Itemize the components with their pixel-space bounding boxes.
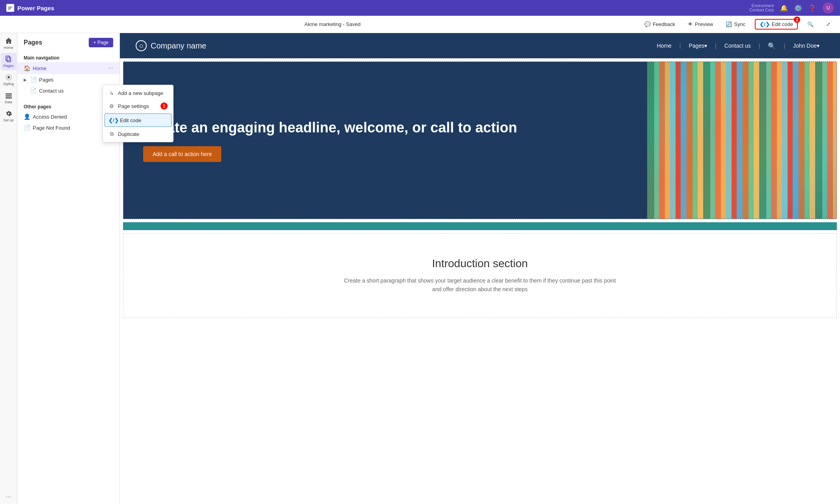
- secondbar: Akme marketing - Saved 💬 Feedback 👁 Prev…: [0, 16, 840, 33]
- context-menu: ↳ Add a new subpage ⚙ Page settings 1 ❮/…: [103, 85, 174, 142]
- preview-button[interactable]: 👁 Preview: [685, 20, 716, 29]
- sidebar-item-data-label: Data: [5, 100, 12, 104]
- hero-headline: Create an engaging headline, welcome, or…: [143, 119, 627, 137]
- main-nav-section-title: Main navigation: [17, 52, 119, 62]
- site-nav-sep1: |: [679, 43, 681, 49]
- add-page-button[interactable]: + Page: [89, 38, 113, 47]
- site-nav-search-icon[interactable]: 🔍: [763, 42, 780, 50]
- main-layout: Home Pages Styling Data Set up ··· Pages…: [0, 33, 840, 504]
- pages-panel-header: Pages + Page: [17, 33, 119, 52]
- intro-section: Introduction section Create a short para…: [123, 233, 837, 318]
- context-add-subpage[interactable]: ↳ Add a new subpage: [103, 87, 173, 99]
- feedback-button[interactable]: 💬 Feedback: [641, 20, 678, 29]
- preview-icon: 👁: [688, 21, 693, 27]
- secondbar-actions: 💬 Feedback 👁 Preview 🔄 Sync 2 ❮/❯ Edit c…: [641, 19, 834, 30]
- duplicate-icon: ⧉: [108, 131, 115, 137]
- expand-icon: ▶: [24, 78, 27, 82]
- hero-section: Create an engaging headline, welcome, or…: [123, 61, 837, 219]
- app-logo: Power Pages: [6, 4, 54, 12]
- nav-item-home-more[interactable]: ···: [108, 65, 113, 72]
- app-name: Power Pages: [17, 5, 54, 11]
- sidebar-item-styling[interactable]: Styling: [1, 71, 17, 88]
- context-edit-code[interactable]: ❮/❯ Edit code: [105, 113, 172, 127]
- context-duplicate-label: Duplicate: [118, 131, 139, 137]
- sidebar-item-home-label: Home: [4, 46, 13, 50]
- pages-panel-title: Pages: [24, 39, 42, 46]
- sidebar-item-home[interactable]: Home: [1, 35, 17, 52]
- avatar[interactable]: U: [823, 2, 834, 13]
- site-nav-sep4: |: [784, 43, 785, 49]
- context-duplicate[interactable]: ⧉ Duplicate: [103, 128, 173, 140]
- site-logo-text: Company name: [151, 41, 206, 50]
- vscode-icon: ❮/❯: [760, 21, 770, 27]
- site-nav-sep3: |: [759, 43, 760, 49]
- nav-item-access-denied-label: Access Denied: [33, 114, 67, 120]
- edit-code-header-button[interactable]: 2 ❮/❯ Edit code: [755, 19, 798, 30]
- page-settings-badge: 1: [161, 102, 168, 110]
- settings-icon[interactable]: ⚙️: [794, 4, 802, 12]
- add-subpage-icon: ↳: [108, 90, 115, 96]
- site-preview: ○ Company name Home | Pages▾ | Contact u…: [120, 33, 840, 504]
- svg-rect-2: [7, 57, 11, 62]
- context-edit-code-icon: ❮/❯: [110, 117, 117, 123]
- svg-rect-6: [6, 97, 12, 99]
- icon-sidebar: Home Pages Styling Data Set up ···: [0, 33, 17, 504]
- topbar: Power Pages Environment Contoso Corp 🔔 ⚙…: [0, 0, 840, 16]
- environment-info: Environment Contoso Corp: [749, 4, 774, 12]
- hero-image-inner: [647, 62, 836, 219]
- feedback-icon: 💬: [644, 21, 651, 27]
- site-nav-sep2: |: [715, 43, 717, 49]
- hero-image: [647, 62, 836, 219]
- svg-rect-5: [6, 95, 12, 97]
- home-nav-icon: 🏠: [24, 65, 30, 71]
- hero-left: Create an engaging headline, welcome, or…: [123, 62, 647, 219]
- topbar-right: Environment Contoso Corp 🔔 ⚙️ ❓ U: [749, 2, 834, 13]
- site-nav-pages[interactable]: Pages▾: [684, 43, 712, 49]
- pages-nav-icon: 📄: [30, 76, 37, 83]
- notification-icon[interactable]: 🔔: [780, 4, 788, 12]
- hero-cta-button[interactable]: Add a call to action here: [143, 146, 221, 162]
- svg-rect-1: [6, 56, 9, 61]
- teal-divider: [123, 222, 837, 230]
- zoom-button[interactable]: 🔍: [804, 20, 817, 29]
- nav-item-pages-label: Pages: [39, 77, 54, 83]
- sidebar-item-setup[interactable]: Set up: [1, 107, 17, 125]
- contact-nav-icon: 📄: [30, 87, 37, 94]
- site-preview-area: ○ Company name Home | Pages▾ | Contact u…: [120, 33, 840, 504]
- site-header: ○ Company name Home | Pages▾ | Contact u…: [120, 33, 840, 58]
- access-denied-icon: 👤: [24, 113, 30, 120]
- nav-item-home[interactable]: 🏠 Home ···: [17, 62, 119, 74]
- sidebar-item-pages-label: Pages: [4, 64, 14, 68]
- sidebar-item-styling-label: Styling: [3, 82, 14, 86]
- environment-name: Contoso Corp: [749, 8, 774, 12]
- environment-label: Environment: [752, 4, 774, 8]
- site-nav-user[interactable]: John Doe▾: [788, 43, 824, 49]
- help-icon[interactable]: ❓: [808, 4, 816, 12]
- context-page-settings[interactable]: ⚙ Page settings 1: [103, 99, 173, 113]
- nav-item-home-label: Home: [33, 65, 47, 71]
- sidebar-more-button[interactable]: ···: [2, 489, 15, 504]
- site-nav-contact[interactable]: Contact us: [720, 43, 756, 49]
- expand-button[interactable]: ⤢: [823, 20, 834, 29]
- svg-rect-4: [6, 93, 12, 95]
- context-page-settings-label: Page settings: [118, 103, 149, 109]
- svg-point-3: [7, 76, 10, 78]
- intro-text: Create a short paragraph that shows your…: [342, 276, 618, 294]
- edit-code-badge: 2: [794, 17, 800, 23]
- context-add-subpage-label: Add a new subpage: [118, 90, 163, 96]
- site-nav: Home | Pages▾ | Contact us | 🔍 | John Do…: [652, 42, 825, 50]
- site-nav-home[interactable]: Home: [652, 43, 676, 49]
- sync-icon: 🔄: [726, 21, 732, 27]
- sync-button[interactable]: 🔄 Sync: [722, 20, 749, 29]
- site-logo: ○ Company name: [136, 40, 206, 51]
- page-not-found-icon: 📄: [24, 125, 30, 131]
- app-logo-icon: [6, 4, 14, 12]
- nav-item-pages[interactable]: ▶ 📄 Pages: [17, 74, 119, 85]
- sidebar-item-data[interactable]: Data: [1, 89, 17, 106]
- site-logo-circle: ○: [136, 40, 147, 51]
- document-title: Akme marketing - Saved: [24, 21, 641, 27]
- sidebar-item-setup-label: Set up: [3, 118, 13, 122]
- page-settings-icon: ⚙: [108, 103, 115, 109]
- hero-image-container: [647, 62, 836, 219]
- sidebar-item-pages[interactable]: Pages: [1, 53, 17, 70]
